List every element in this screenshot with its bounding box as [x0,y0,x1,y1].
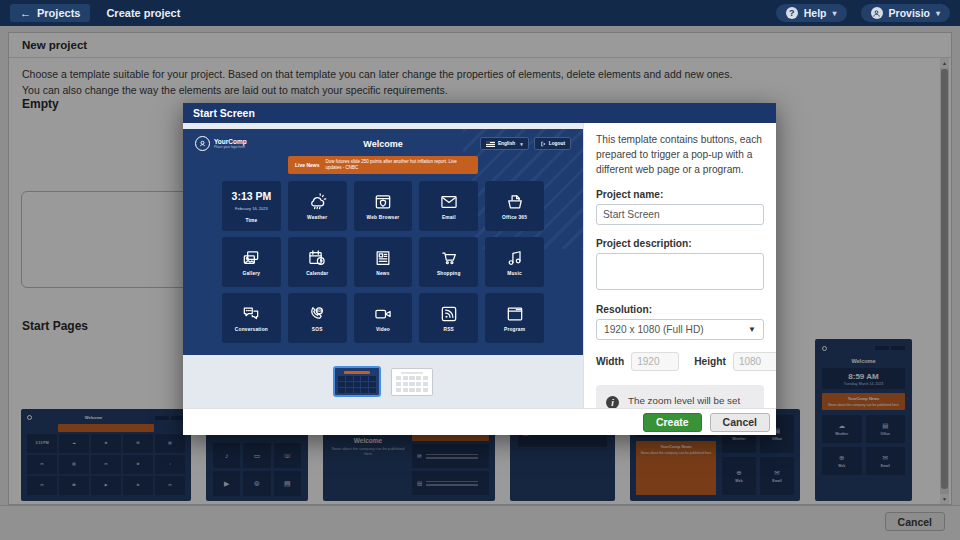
back-to-projects-button[interactable]: ← Projects [10,4,90,22]
width-label: Width [596,356,624,367]
project-description-input[interactable] [596,253,764,290]
template-preview: YourComp Place your logo here Welcome En… [183,129,583,355]
zoom-info-box: i The zoom level will be set according t… [596,385,764,408]
info-icon: i [606,396,619,408]
ticker-text: Dow futures slide 250 points after anoth… [325,159,471,171]
resolution-select[interactable]: 1920 x 1080 (Full HD) ▼ [596,319,764,340]
tile-label: Video [376,327,390,332]
help-icon: ? [786,7,798,19]
variant-dark-selected[interactable] [333,366,381,397]
logout-label: Logout [549,141,565,146]
create-button[interactable]: Create [643,413,702,432]
project-name-input[interactable] [596,204,764,225]
modal-cancel-button[interactable]: Cancel [710,413,770,432]
tile-conversation: Conversation [222,293,281,343]
top-navbar: ← Projects Create project ? Help ▾ Provi… [0,0,960,26]
tile-label: Weather [307,215,327,220]
gallery-icon [241,248,261,268]
music-icon [505,248,525,268]
tile-time: 3:13 PM February 16, 2023 Time [222,181,281,231]
height-label: Height [694,356,726,367]
tile-office-365: Office 365 [485,181,544,231]
project-description-label: Project description: [596,238,764,249]
chevron-down-icon: ▾ [520,141,523,147]
logout-icon [540,141,546,147]
modal-footer: Create Cancel [183,408,776,435]
user-icon [871,7,883,19]
clock-time: 3:13 PM [232,190,272,202]
svg-text:SOS: SOS [316,309,322,313]
projects-label: Projects [37,7,80,19]
tile-label: Office 365 [502,215,527,220]
chevron-down-icon: ▾ [936,9,940,18]
user-label: Provisio [889,7,930,19]
language-selector: English ▾ [480,137,529,150]
start-screen-modal: Start Screen YourComp Place your logo he… [183,103,776,435]
width-input [631,352,679,371]
template-intro-text: This template contains buttons, each pre… [596,133,764,177]
calendar-icon [307,248,327,268]
preview-tile-grid: 3:13 PM February 16, 2023 Time Weather W… [222,181,544,343]
tile-label: Time [245,218,257,223]
preview-header: YourComp Place your logo here Welcome En… [183,129,583,153]
weather-icon [307,192,327,212]
template-preview-pane: YourComp Place your logo here Welcome En… [183,123,583,408]
resolution-label: Resolution: [596,304,764,315]
tile-label: Conversation [235,327,268,332]
us-flag-icon [486,141,495,147]
tile-label: Music [507,271,522,276]
chevron-down-icon: ▾ [833,9,837,18]
tile-label: RSS [444,327,454,332]
tile-program: Program [485,293,544,343]
height-input [733,352,776,371]
news-ticker: Live News Dow futures slide 250 points a… [288,156,478,174]
modal-body: YourComp Place your logo here Welcome En… [183,123,776,408]
tile-gallery: Gallery [222,237,281,287]
variant-header-bar [401,372,423,374]
tile-weather: Weather [288,181,347,231]
user-menu-button[interactable]: Provisio ▾ [861,4,950,22]
variant-ticker-bar [344,371,371,374]
program-icon [505,304,525,324]
resolution-value: 1920 x 1080 (Full HD) [604,324,704,335]
logo-icon [195,136,210,151]
tile-rss: RSS [419,293,478,343]
preview-variant-selector [183,355,583,408]
tile-calendar: Calendar [288,237,347,287]
preview-logo: YourComp Place your logo here [195,136,305,151]
variant-light[interactable] [391,368,433,396]
project-name-label: Project name: [596,189,764,200]
ticker-label: Live News [295,162,319,168]
video-icon [373,304,393,324]
clock-date: February 16, 2023 [235,206,268,211]
web-browser-icon [373,192,393,212]
tile-email: Email [419,181,478,231]
back-arrow-icon: ← [20,7,31,19]
language-label: English [498,141,515,146]
help-menu-button[interactable]: ? Help ▾ [776,4,847,22]
conversation-icon [241,304,261,324]
tile-news: News [354,237,413,287]
news-icon [373,248,393,268]
tile-label: Program [504,327,525,332]
preview-controls: English ▾ Logout [461,137,571,150]
rss-icon [439,304,459,324]
nav-create-project[interactable]: Create project [106,7,180,19]
modal-title: Start Screen [183,103,776,123]
dimensions-row: Width Height [596,352,764,371]
logo-tagline: Place your logo here [214,145,247,149]
project-form: This template contains buttons, each pre… [583,123,776,408]
chevron-down-icon: ▼ [748,325,756,334]
shopping-icon [439,248,459,268]
tile-label: News [376,271,389,276]
tile-sos: SOS SOS [288,293,347,343]
tile-shopping: Shopping [419,237,478,287]
preview-welcome-text: Welcome [305,139,461,149]
zoom-info-text: The zoom level will be set according to … [628,395,740,408]
logout-button-preview: Logout [534,137,571,150]
tile-label: Email [442,215,456,220]
tile-label: Web Browser [367,215,400,220]
tile-label: Shopping [437,271,461,276]
email-icon [439,192,459,212]
logo-text: YourComp [214,138,247,146]
